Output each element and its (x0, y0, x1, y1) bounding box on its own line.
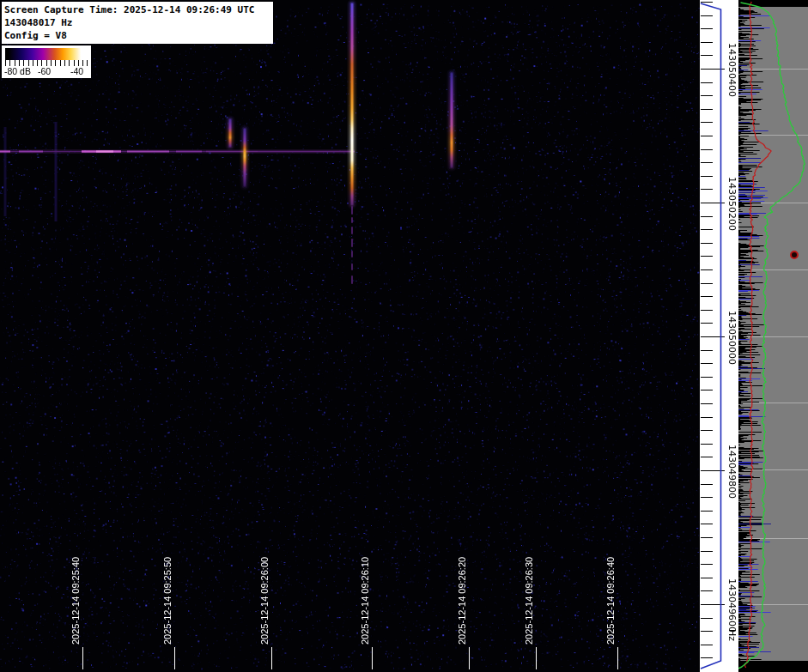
time-tick-label: 2025-12-14 09:25:40 (70, 557, 81, 645)
colorbar-labels: -80 dB -60 -40 (2, 66, 91, 77)
colorbar-ticks (5, 60, 88, 66)
time-tick-mark (174, 647, 175, 669)
colorbar-label-mid: -60 (38, 66, 51, 76)
frequency-unit-label: Hz (726, 629, 738, 641)
frequency-tick-label: 143050400 (726, 43, 738, 97)
time-tick-label: 2025-12-14 09:25:50 (162, 557, 173, 645)
spectrogram-app-window: Screen Capture Time: 2025-12-14 09:26:49… (0, 0, 808, 672)
colorbar-gradient (5, 48, 88, 60)
live-spectrum-panel-canvas (738, 0, 808, 672)
time-tick-mark (271, 647, 272, 669)
waterfall-spectrogram-canvas (0, 0, 700, 672)
time-tick-mark (372, 647, 373, 669)
capture-info-box: Screen Capture Time: 2025-12-14 09:26:49… (2, 2, 273, 44)
center-frequency-text: 143048017 Hz (4, 16, 270, 29)
frequency-tick-label: 143049600 (726, 578, 738, 633)
time-tick-mark (82, 647, 83, 669)
time-tick-label: 2025-12-14 09:26:40 (605, 557, 616, 645)
time-tick-mark (536, 647, 537, 669)
time-tick-mark (469, 647, 470, 669)
intensity-colorbar: -80 dB -60 -40 (2, 45, 91, 78)
frequency-tick-label: 143050000 (726, 311, 738, 365)
colorbar-label-min: -80 dB (4, 66, 31, 76)
time-tick-mark (617, 647, 618, 669)
colorbar-label-max: -40 (70, 66, 83, 76)
time-tick-label: 2025-12-14 09:26:00 (259, 557, 270, 645)
time-tick-label: 2025-12-14 09:26:10 (360, 557, 370, 645)
time-tick-label: 2025-12-14 09:26:30 (524, 557, 534, 645)
capture-time-text: Screen Capture Time: 2025-12-14 09:26:49… (4, 3, 270, 16)
time-tick-label: 2025-12-14 09:26:20 (457, 557, 467, 645)
frequency-tick-label: 143049800 (726, 445, 738, 499)
frequency-tick-label: 143050200 (726, 177, 738, 231)
config-text: Config = V8 (4, 29, 270, 42)
